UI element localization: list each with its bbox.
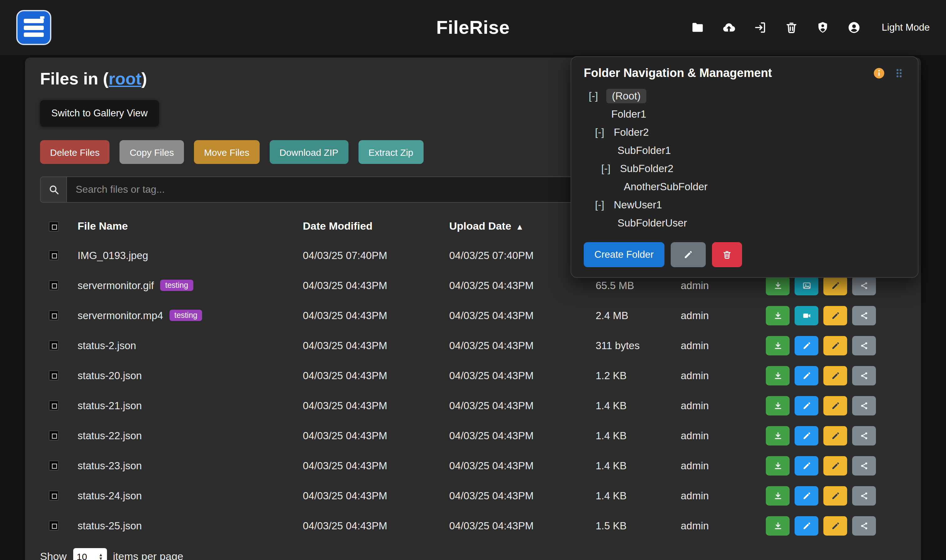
file-name[interactable]: status-25.json [78,520,142,532]
share-button[interactable] [852,336,876,355]
preview-video-button[interactable] [795,306,818,325]
file-name[interactable]: status-2.json [78,340,136,351]
folder-name[interactable]: Folder2 [612,125,650,140]
folder-tree-item[interactable]: SubFolder1 [571,142,913,160]
download-button[interactable] [766,366,789,385]
edit-button[interactable] [795,396,818,415]
column-date-modified[interactable]: Date Modified [303,220,372,233]
folder-name[interactable]: SubFolder2 [619,162,675,176]
share-button[interactable] [852,275,876,295]
file-name[interactable]: IMG_0193.jpeg [78,249,148,261]
admin-shield-icon[interactable] [815,20,831,35]
file-name[interactable]: status-21.json [78,400,142,411]
delete-files-button[interactable]: Delete Files [40,140,109,164]
row-checkbox[interactable] [49,371,59,380]
row-checkbox[interactable] [49,431,59,440]
share-button[interactable] [852,516,876,535]
download-button[interactable] [766,275,789,295]
edit-button[interactable] [795,426,818,445]
cloud-upload-icon[interactable] [722,20,737,35]
rename-button[interactable] [823,306,847,325]
download-button[interactable] [766,486,789,505]
row-checkbox[interactable] [49,310,59,320]
file-name[interactable]: servermonitor.gif [78,279,154,291]
download-button[interactable] [766,336,789,355]
rename-folder-button[interactable] [671,242,706,267]
folder-name[interactable]: NewUser1 [612,198,663,212]
folder-name[interactable]: Folder1 [610,107,648,122]
edit-button[interactable] [795,456,818,475]
edit-button[interactable] [795,516,818,535]
file-name[interactable]: status-20.json [78,369,142,382]
preview-image-button[interactable] [795,275,818,295]
rename-button[interactable] [823,366,847,385]
trash-icon[interactable] [784,20,799,35]
row-checkbox[interactable] [49,491,59,500]
copy-files-button[interactable]: Copy Files [120,140,184,164]
edit-button[interactable] [795,366,818,385]
share-button[interactable] [852,456,876,475]
share-button[interactable] [852,486,876,505]
info-icon[interactable] [873,67,885,80]
rename-button[interactable] [823,456,847,475]
folder-tree-item[interactable]: [-]NewUser1 [571,196,913,214]
folder-tree-item[interactable]: [-](Root) [571,87,913,105]
drag-handle-icon[interactable] [893,67,905,80]
row-checkbox[interactable] [49,521,59,531]
tree-collapse-toggle[interactable]: [-] [601,163,615,175]
folder-tree-item[interactable]: Folder1 [571,105,913,123]
download-button[interactable] [766,516,789,535]
file-name[interactable]: servermonitor.mp4 [78,309,163,321]
folder-name[interactable]: SubFolderUser [616,216,688,230]
file-name[interactable]: status-23.json [78,460,142,471]
folder-name[interactable]: (Root) [606,89,646,103]
tree-collapse-toggle[interactable]: [-] [595,126,609,138]
share-button[interactable] [852,396,876,415]
rename-button[interactable] [823,396,847,415]
download-zip-button[interactable]: Download ZIP [269,140,348,164]
tree-collapse-toggle[interactable]: [-] [595,199,609,211]
row-checkbox[interactable] [49,400,59,411]
folder-tree-item[interactable]: AnotherSubFolder [571,178,913,196]
share-button[interactable] [852,366,876,385]
light-mode-toggle[interactable]: Light Mode [882,22,930,33]
rename-button[interactable] [823,275,847,295]
folder-tree-item[interactable]: SubFolderUser [571,214,913,232]
rename-button[interactable] [823,426,847,445]
rename-button[interactable] [823,486,847,505]
user-circle-icon[interactable] [847,20,862,35]
folder-icon[interactable] [691,20,705,35]
share-button[interactable] [852,426,876,445]
folder-tree-item[interactable]: [-]Folder2 [571,123,913,142]
app-logo[interactable] [16,10,51,45]
tree-collapse-toggle[interactable]: [-] [589,90,603,102]
download-button[interactable] [766,306,789,325]
select-all-checkbox[interactable] [49,222,59,231]
items-per-page-select[interactable]: 10 ▲▼ [73,548,107,560]
file-name[interactable]: status-22.json [78,429,142,442]
row-checkbox[interactable] [49,250,59,260]
download-button[interactable] [766,396,789,415]
share-button[interactable] [852,306,876,325]
download-button[interactable] [766,456,789,475]
folder-name[interactable]: AnotherSubFolder [623,180,709,194]
delete-folder-button[interactable] [712,242,742,267]
edit-button[interactable] [795,336,818,355]
column-file-name[interactable]: File Name [78,220,128,233]
move-files-button[interactable]: Move Files [194,140,259,164]
edit-button[interactable] [795,486,818,505]
rename-button[interactable] [823,516,847,535]
extract-zip-button[interactable]: Extract Zip [358,140,423,164]
row-checkbox[interactable] [49,340,59,351]
root-folder-link[interactable]: root [109,69,142,88]
folder-tree-item[interactable]: [-]SubFolder2 [571,160,913,178]
file-name[interactable]: status-24.json [78,489,142,502]
switch-gallery-view-button[interactable]: Switch to Gallery View [40,100,159,126]
column-upload-date[interactable]: Upload Date▲ [449,220,524,233]
rename-button[interactable] [823,336,847,355]
row-checkbox[interactable] [49,280,59,290]
create-folder-button[interactable]: Create Folder [584,242,665,267]
search-input[interactable] [66,177,595,203]
logout-icon[interactable] [753,20,768,35]
folder-name[interactable]: SubFolder1 [616,143,672,158]
